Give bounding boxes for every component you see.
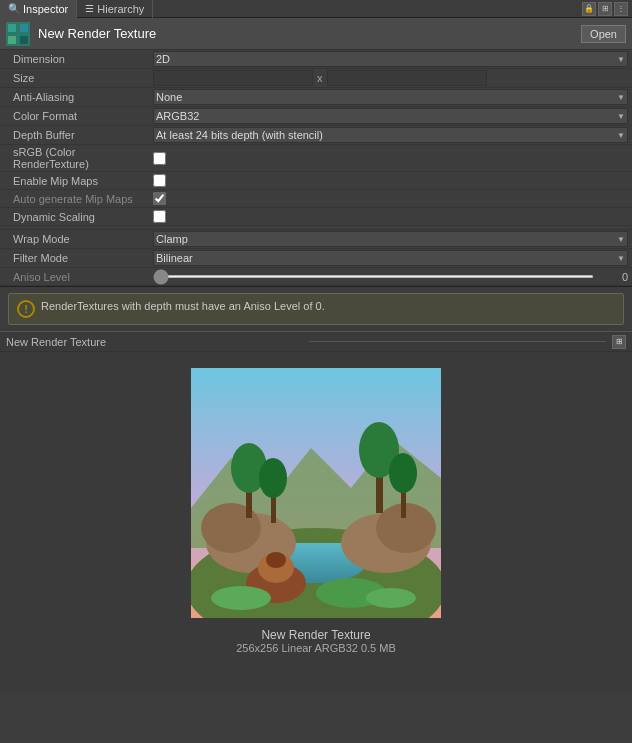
srgb-label: sRGB (Color RenderTexture)	[13, 146, 153, 170]
tab-inspector-label: Inspector	[23, 3, 68, 15]
preview-header-line	[309, 341, 606, 342]
tab-bar-icons: 🔒 ⊞ ⋮	[582, 2, 628, 16]
srgb-value	[153, 152, 628, 165]
asset-thumbnail	[6, 22, 30, 46]
size-value: 256 x 256	[153, 70, 628, 86]
svg-point-26	[366, 588, 416, 608]
prop-anti-aliasing: Anti-Aliasing None ▼	[0, 88, 632, 107]
preview-svg	[191, 368, 441, 618]
anti-aliasing-value: None ▼	[153, 89, 628, 105]
hierarchy-icon: ☰	[85, 3, 94, 14]
auto-mip-maps-value	[153, 192, 628, 205]
anti-aliasing-dropdown[interactable]: None ▼	[153, 89, 628, 105]
dynamic-scaling-checkbox[interactable]	[153, 210, 166, 223]
open-button[interactable]: Open	[581, 25, 626, 43]
enable-mip-maps-checkbox[interactable]	[153, 174, 166, 187]
inspector-header: New Render Texture Open	[0, 18, 632, 50]
preview-caption: New Render Texture 256x256 Linear ARGB32…	[236, 628, 396, 654]
wrap-mode-dropdown[interactable]: Clamp ▼	[153, 231, 628, 247]
srgb-checkbox[interactable]	[153, 152, 166, 165]
tab-hierarchy-label: Hierarchy	[97, 3, 144, 15]
anti-aliasing-label: Anti-Aliasing	[13, 91, 153, 103]
aniso-slider[interactable]	[153, 275, 594, 278]
auto-mip-maps-label: Auto generate Mip Maps	[13, 193, 153, 205]
enable-mip-maps-label: Enable Mip Maps	[13, 175, 153, 187]
preview-expand-icon[interactable]: ⊞	[612, 335, 626, 349]
aniso-level-value: 0	[153, 271, 628, 283]
prop-dimension: Dimension 2D ▼	[0, 50, 632, 69]
svg-rect-2	[20, 36, 28, 44]
tab-inspector[interactable]: 🔍 Inspector	[0, 0, 77, 18]
tab-hierarchy[interactable]: ☰ Hierarchy	[77, 0, 153, 18]
depth-buffer-label: Depth Buffer	[13, 129, 153, 141]
prop-srgb: sRGB (Color RenderTexture)	[0, 145, 632, 172]
preview-caption-sub: 256x256 Linear ARGB32 0.5 MB	[236, 642, 396, 654]
warning-text: RenderTextures with depth must have an A…	[41, 300, 325, 312]
svg-rect-4	[20, 24, 28, 32]
menu-icon[interactable]: ⋮	[614, 2, 628, 16]
preview-image	[191, 368, 441, 618]
preview-header: New Render Texture ⊞	[0, 332, 632, 352]
wrap-mode-dropdown-value: Clamp	[156, 233, 188, 245]
dimension-dropdown-arrow: ▼	[617, 55, 625, 64]
size-height-input[interactable]: 256	[327, 70, 487, 86]
dynamic-scaling-value	[153, 210, 628, 223]
properties-panel: Dimension 2D ▼ Size 256 x 256 Anti-Alias…	[0, 50, 632, 287]
color-format-dropdown[interactable]: ARGB32 ▼	[153, 108, 628, 124]
size-x-label: x	[317, 72, 323, 84]
preview-content: New Render Texture 256x256 Linear ARGB32…	[0, 352, 632, 692]
inspector-icon: 🔍	[8, 3, 20, 14]
depth-buffer-arrow: ▼	[617, 131, 625, 140]
preview-title: New Render Texture	[6, 336, 303, 348]
depth-buffer-value: At least 24 bits depth (with stencil) ▼	[153, 127, 628, 143]
lock-icon[interactable]: 🔒	[582, 2, 596, 16]
prop-size: Size 256 x 256	[0, 69, 632, 88]
auto-mip-maps-checkbox[interactable]	[153, 192, 166, 205]
prop-depth-buffer: Depth Buffer At least 24 bits depth (wit…	[0, 126, 632, 145]
dimension-dropdown[interactable]: 2D ▼	[153, 51, 628, 67]
anti-aliasing-arrow: ▼	[617, 93, 625, 102]
size-label: Size	[13, 72, 153, 84]
svg-point-17	[259, 458, 287, 498]
color-format-value: ARGB32 ▼	[153, 108, 628, 124]
filter-mode-label: Filter Mode	[13, 252, 153, 264]
wrap-mode-label: Wrap Mode	[13, 233, 153, 245]
svg-rect-1	[8, 24, 16, 32]
preview-caption-name: New Render Texture	[236, 628, 396, 642]
preview-section: New Render Texture ⊞	[0, 331, 632, 692]
svg-point-21	[389, 453, 417, 493]
color-format-label: Color Format	[13, 110, 153, 122]
size-width-input[interactable]: 256	[153, 70, 313, 86]
prop-filter-mode: Filter Mode Bilinear ▼	[0, 249, 632, 268]
prop-auto-mip-maps: Auto generate Mip Maps	[0, 190, 632, 208]
depth-buffer-dropdown[interactable]: At least 24 bits depth (with stencil) ▼	[153, 127, 628, 143]
dimension-value: 2D ▼	[153, 51, 628, 67]
color-format-arrow: ▼	[617, 112, 625, 121]
filter-mode-arrow: ▼	[617, 254, 625, 263]
prop-wrap-mode: Wrap Mode Clamp ▼	[0, 230, 632, 249]
depth-buffer-dropdown-value: At least 24 bits depth (with stencil)	[156, 129, 323, 141]
dynamic-scaling-label: Dynamic Scaling	[13, 211, 153, 223]
svg-rect-3	[8, 36, 16, 44]
svg-point-24	[266, 552, 286, 568]
prop-aniso-level: Aniso Level 0	[0, 268, 632, 286]
dimension-label: Dimension	[13, 53, 153, 65]
enable-mip-maps-value	[153, 174, 628, 187]
wrap-mode-value: Clamp ▼	[153, 231, 628, 247]
aniso-level-label: Aniso Level	[13, 271, 153, 283]
aniso-slider-row: 0	[153, 271, 628, 283]
svg-point-27	[211, 586, 271, 610]
aniso-slider-value: 0	[598, 271, 628, 283]
prop-dynamic-scaling: Dynamic Scaling	[0, 208, 632, 226]
prop-enable-mip-maps: Enable Mip Maps	[0, 172, 632, 190]
wrap-mode-arrow: ▼	[617, 235, 625, 244]
tab-bar: 🔍 Inspector ☰ Hierarchy 🔒 ⊞ ⋮	[0, 0, 632, 18]
grid-icon[interactable]: ⊞	[598, 2, 612, 16]
filter-mode-dropdown[interactable]: Bilinear ▼	[153, 250, 628, 266]
filter-mode-dropdown-value: Bilinear	[156, 252, 193, 264]
filter-mode-value: Bilinear ▼	[153, 250, 628, 266]
asset-name: New Render Texture	[38, 26, 581, 41]
dimension-dropdown-value: 2D	[156, 53, 170, 65]
warning-icon: !	[17, 300, 35, 318]
color-format-dropdown-value: ARGB32	[156, 110, 199, 122]
